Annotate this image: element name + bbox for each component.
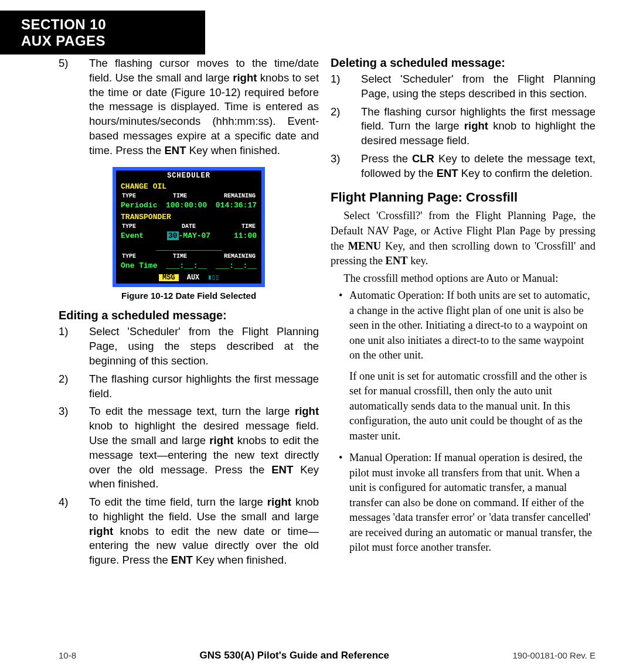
t: To edit the time field, turn the large — [89, 496, 267, 508]
d1-remaining: 014:36:17 — [216, 202, 257, 209]
date-rest: -MAY-07 — [179, 231, 211, 240]
crossfill-p1: Select 'Crossfill?' from the Flight Plan… — [331, 209, 595, 268]
col-type: TYPE — [122, 224, 136, 230]
kw-right: right — [295, 405, 319, 417]
sched-name-1: CHANGE OIL — [116, 181, 261, 192]
step-number: 5) — [59, 56, 79, 71]
right-column: Deleting a scheduled message: 1) Select … — [331, 56, 595, 571]
edit-step-2: 2) The flashing cursor highlights the fi… — [59, 372, 319, 401]
figure-caption: Figure 10-12 Date Field Selected — [59, 291, 319, 301]
kw-ent: ENT — [386, 255, 408, 267]
deleting-heading: Deleting a scheduled message: — [331, 56, 595, 70]
sched-data-2: Event 30-MAY-07 11:00 — [116, 231, 261, 242]
kw-right: right — [209, 434, 233, 446]
step-number: 4) — [59, 495, 79, 510]
screen-footer: MSG AUX ▮▯▯ — [116, 272, 261, 284]
t: Key when finished. — [193, 554, 287, 566]
left-column: 5) The flashing cursor moves to the time… — [59, 56, 319, 571]
d2-time: 11:00 — [234, 232, 257, 240]
deleting-steps: 1) Select 'Scheduler' from the Flight Pl… — [331, 72, 595, 180]
step-number: 1) — [59, 325, 79, 339]
edit-step-1: 1) Select 'Scheduler' from the Flight Pl… — [59, 325, 319, 368]
kw-right: right — [233, 71, 257, 84]
del-step-3: 3) Press the CLR Key to delete the messa… — [331, 152, 595, 181]
kw-right: right — [267, 496, 291, 508]
content-columns: 5) The flashing cursor moves to the time… — [0, 56, 633, 571]
kw-ent: ENT — [165, 144, 186, 156]
t: key. — [408, 255, 428, 267]
aux-indicator: AUX — [187, 274, 200, 281]
section-header: SECTION 10 AUX PAGES — [0, 11, 205, 54]
sched-name-2: TRANSPONDER — [116, 212, 261, 223]
kw-clr: CLR — [412, 152, 434, 165]
page-number: 10-8 — [59, 650, 76, 660]
col-remaining: REMAINING — [224, 193, 256, 199]
scheduler-screen: SCHEDULER CHANGE OIL TYPE TIME REMAINING… — [113, 167, 265, 287]
sched-head-1: TYPE TIME REMAINING — [116, 192, 261, 200]
section-number: SECTION 10 — [21, 16, 205, 33]
step-number: 3) — [59, 404, 79, 419]
doc-revision: 190-00181-00 Rev. E — [513, 650, 595, 660]
d3-time: ___:__:__ — [166, 262, 207, 270]
d1-type: Periodic — [121, 202, 157, 209]
step-5: 5) The flashing cursor moves to the time… — [59, 56, 319, 158]
kw-menu: MENU — [348, 240, 382, 252]
step-text: The flashing cursor highlights the first… — [89, 373, 319, 400]
step-number: 3) — [331, 152, 350, 166]
col-type: TYPE — [122, 193, 136, 199]
editing-heading: Editing a scheduled message: — [59, 309, 319, 322]
step-number: 2) — [59, 372, 79, 387]
del-step-2: 2) The flashing cursor highlights the fi… — [331, 105, 595, 148]
d3-type: One Time — [121, 262, 157, 270]
crossfill-bullets: Automatic Operation: If both units are s… — [331, 288, 595, 555]
col-type: TYPE — [122, 254, 136, 260]
sched-data-1: Periodic 100:00:00 014:36:17 — [116, 200, 261, 212]
edit-step-3: 3) To edit the message text, turn the la… — [59, 404, 319, 492]
d2-type: Event — [121, 232, 144, 240]
d3-remaining: ___:__:__ — [216, 262, 257, 270]
sched-dashes: __________________ — [116, 242, 261, 253]
sched-head-3: TYPE TIME REMAINING — [116, 253, 261, 261]
page-indicator: ▮▯▯ — [207, 274, 219, 281]
bullet-auto-b: If one unit is set for automatic crossfi… — [349, 370, 587, 442]
t: Key to confirm the deletion. — [458, 167, 593, 179]
screen-title: SCHEDULER — [116, 170, 261, 181]
kw-ent: ENT — [437, 167, 458, 179]
page-footer: 10-8 GNS 530(A) Pilot's Guide and Refere… — [0, 650, 633, 661]
crossfill-heading: Flight Planning Page: Crossfill — [331, 190, 595, 205]
col-time: TIME — [173, 193, 187, 199]
step-text: Select 'Scheduler' from the Flight Plann… — [361, 73, 595, 100]
t: To edit the message text, turn the large — [89, 405, 295, 417]
figure-10-12: SCHEDULER CHANGE OIL TYPE TIME REMAINING… — [113, 167, 265, 287]
step-text-c: Key when finished. — [186, 144, 280, 156]
sched-data-3: One Time ___:__:__ ___:__:__ — [116, 261, 261, 272]
bullet-auto-a: Automatic Operation: If both units are s… — [349, 289, 590, 361]
col-time: TIME — [173, 254, 187, 260]
col-remaining: REMAINING — [224, 254, 256, 260]
t: Press the — [361, 152, 412, 165]
d2-date: 30-MAY-07 — [167, 232, 210, 240]
doc-title: GNS 530(A) Pilot's Guide and Reference — [200, 650, 389, 661]
bullet-auto: Automatic Operation: If both units are s… — [349, 288, 595, 444]
kw-right: right — [464, 120, 488, 132]
col-date: DATE — [182, 224, 196, 230]
kw-right: right — [89, 525, 113, 537]
d1-time: 100:00:00 — [166, 202, 207, 209]
msg-indicator: MSG — [159, 274, 179, 281]
crossfill-p2: The crossfill method options are Auto or… — [331, 271, 595, 286]
step-list-continued: 5) The flashing cursor moves to the time… — [59, 56, 319, 158]
section-title: AUX PAGES — [21, 33, 205, 49]
sched-head-2: TYPE DATE TIME — [116, 223, 261, 231]
step-text: Select 'Scheduler' from the Flight Plann… — [89, 325, 319, 367]
step-number: 2) — [331, 105, 350, 120]
step-number: 1) — [331, 72, 350, 87]
bullet-manual: Manual Operation: If manual operation is… — [349, 451, 595, 555]
col-time: TIME — [241, 224, 256, 230]
del-step-1: 1) Select 'Scheduler' from the Flight Pl… — [331, 72, 595, 101]
kw-ent: ENT — [171, 554, 193, 566]
date-selected: 30 — [167, 231, 179, 240]
editing-steps: 1) Select 'Scheduler' from the Flight Pl… — [59, 325, 319, 568]
kw-ent: ENT — [271, 463, 293, 476]
edit-step-4: 4) To edit the time field, turn the larg… — [59, 495, 319, 568]
